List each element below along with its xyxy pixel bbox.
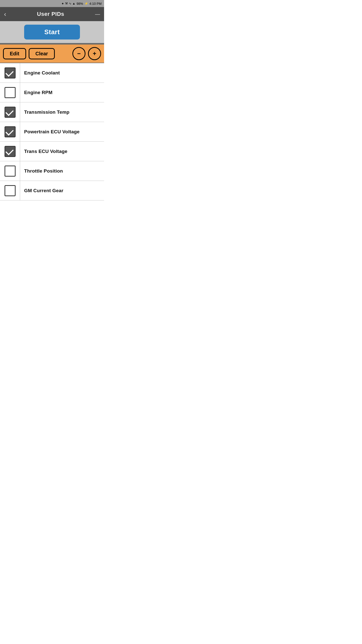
start-button[interactable]: Start (24, 25, 80, 39)
checkbox-cell (0, 181, 20, 200)
checkbox-cell (0, 142, 20, 161)
checkbox-cell (0, 161, 20, 181)
list-item[interactable]: Trans ECU Voltage (0, 142, 104, 161)
clear-button[interactable]: Clear (29, 48, 55, 59)
pid-list: Engine CoolantEngine RPMTransmission Tem… (0, 63, 104, 200)
checkbox-cell (0, 83, 20, 102)
list-item[interactable]: Throttle Position (0, 161, 104, 181)
checkbox-cell (0, 122, 20, 141)
list-item[interactable]: Engine RPM (0, 83, 104, 102)
list-item[interactable]: GM Current Gear (0, 181, 104, 200)
battery-level: 98% (77, 2, 83, 6)
alarm-icon: ⚒ (65, 2, 68, 5)
bottom-area (0, 200, 104, 231)
pid-label: Engine RPM (20, 90, 57, 95)
checkbox-icon[interactable] (5, 166, 16, 177)
pid-label: GM Current Gear (20, 188, 67, 193)
checkbox-cell (0, 102, 20, 122)
charging-icon: ⚡ (84, 2, 88, 5)
checkbox-icon[interactable] (5, 87, 16, 98)
pid-label: Trans ECU Voltage (20, 149, 71, 154)
edit-button[interactable]: Edit (3, 48, 26, 59)
pid-label: Powertrain ECU Voltage (20, 129, 83, 135)
pid-label: Transmission Temp (20, 109, 73, 115)
checkbox-icon[interactable] (5, 107, 16, 118)
list-item[interactable]: Powertrain ECU Voltage (0, 122, 104, 142)
checkbox-icon[interactable] (5, 126, 16, 137)
checkbox-cell (0, 63, 20, 83)
checkbox-icon[interactable] (5, 146, 16, 157)
menu-button[interactable]: — (95, 12, 100, 17)
minus-button[interactable]: − (72, 47, 85, 60)
checkbox-icon[interactable] (5, 185, 16, 196)
toolbar: Edit Clear − + (0, 45, 104, 63)
start-area: Start (0, 21, 104, 43)
checkbox-icon[interactable] (5, 67, 16, 78)
status-icons: ✦ ⚒ ∿ ▲ (61, 2, 75, 6)
back-button[interactable]: ‹ (4, 11, 6, 17)
wifi-icon: ∿ (69, 2, 71, 5)
header: ‹ User PIDs — (0, 7, 104, 21)
list-item[interactable]: Transmission Temp (0, 102, 104, 122)
bluetooth-icon: ✦ (61, 2, 64, 6)
status-bar: ✦ ⚒ ∿ ▲ 98% ⚡ 4:10 PM (0, 0, 104, 7)
pid-label: Throttle Position (20, 168, 67, 174)
plus-button[interactable]: + (88, 47, 101, 60)
signal-icon: ▲ (72, 2, 75, 5)
page-title: User PIDs (37, 11, 64, 17)
clock: 4:10 PM (89, 2, 102, 6)
pid-label: Engine Coolant (20, 70, 64, 76)
list-item[interactable]: Engine Coolant (0, 63, 104, 83)
